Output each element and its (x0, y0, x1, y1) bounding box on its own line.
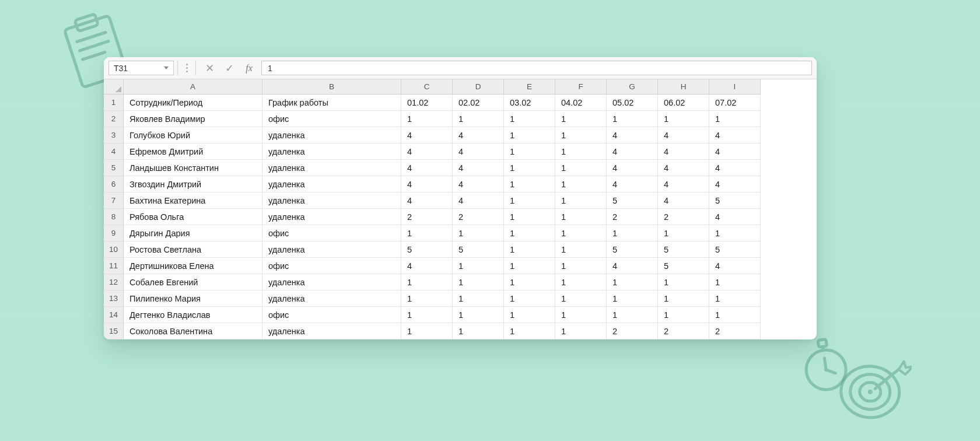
cell[interactable]: 1 (555, 242, 607, 258)
cell[interactable]: удаленка (262, 323, 401, 340)
cell[interactable]: 1 (555, 176, 607, 192)
cell[interactable]: удаленка (262, 209, 401, 225)
cell[interactable]: 4 (709, 258, 761, 274)
cell[interactable]: Ростова Светлана (124, 242, 262, 258)
cell[interactable]: 4 (658, 176, 709, 192)
cell[interactable]: 1 (504, 111, 555, 127)
cell[interactable]: 1 (401, 111, 453, 127)
cell[interactable]: 1 (658, 290, 709, 307)
row-header[interactable]: 13 (104, 290, 124, 307)
cell[interactable]: 1 (401, 290, 453, 307)
cell[interactable]: Голубков Юрий (124, 127, 262, 144)
cell[interactable]: 1 (658, 274, 709, 290)
cell[interactable]: 4 (453, 192, 504, 209)
row-header[interactable]: 3 (104, 127, 124, 144)
cell[interactable]: 1 (453, 290, 504, 307)
cell[interactable]: 1 (555, 323, 607, 340)
cell[interactable]: 4 (453, 160, 504, 176)
cell[interactable]: 5 (607, 192, 658, 209)
cell[interactable]: удаленка (262, 290, 401, 307)
cell[interactable]: 4 (607, 144, 658, 160)
row-header[interactable]: 12 (104, 274, 124, 290)
cell[interactable]: 5 (658, 258, 709, 274)
cell[interactable]: 1 (453, 258, 504, 274)
row-header[interactable]: 1 (104, 94, 124, 111)
cell[interactable]: 4 (709, 160, 761, 176)
cell[interactable]: 1 (555, 192, 607, 209)
cell[interactable]: удаленка (262, 127, 401, 144)
cell[interactable]: 1 (504, 127, 555, 144)
cell[interactable]: Яковлев Владимир (124, 111, 262, 127)
cell[interactable]: Згвоздин Дмитрий (124, 176, 262, 192)
row-header[interactable]: 10 (104, 242, 124, 258)
cell[interactable]: 5 (401, 242, 453, 258)
cell[interactable]: 1 (453, 323, 504, 340)
row-header[interactable]: 9 (104, 225, 124, 242)
row-header[interactable]: 8 (104, 209, 124, 225)
row-header[interactable]: 5 (104, 160, 124, 176)
column-header[interactable]: G (607, 79, 658, 94)
cell[interactable]: 4 (658, 192, 709, 209)
cell[interactable]: 1 (504, 144, 555, 160)
cell[interactable]: 1 (504, 160, 555, 176)
cell[interactable]: удаленка (262, 160, 401, 176)
cell[interactable]: 1 (555, 225, 607, 242)
cell[interactable]: 4 (401, 258, 453, 274)
cell[interactable]: офис (262, 307, 401, 323)
cell[interactable]: 2 (658, 209, 709, 225)
cell[interactable]: 2 (453, 209, 504, 225)
cell[interactable]: 1 (555, 127, 607, 144)
cell[interactable]: Сотрудник/Период (124, 94, 262, 111)
cell[interactable]: 4 (607, 160, 658, 176)
cell[interactable]: 5 (709, 192, 761, 209)
cell[interactable]: 5 (709, 242, 761, 258)
cell[interactable]: 4 (453, 144, 504, 160)
insert-function-button[interactable]: fx (239, 57, 259, 79)
cell[interactable]: Дярыгин Дария (124, 225, 262, 242)
cell[interactable]: Дертишникова Елена (124, 258, 262, 274)
cell[interactable]: 1 (555, 111, 607, 127)
cell[interactable]: 04.02 (555, 94, 607, 111)
spreadsheet-grid[interactable]: ABCDEFGHI1Сотрудник/ПериодГрафик работы0… (104, 79, 817, 340)
cell[interactable]: 1 (504, 290, 555, 307)
cell[interactable]: 1 (453, 307, 504, 323)
row-header[interactable]: 7 (104, 192, 124, 209)
select-all-corner[interactable] (104, 79, 124, 94)
cell[interactable]: 1 (555, 144, 607, 160)
row-header[interactable]: 15 (104, 323, 124, 340)
cell[interactable]: 5 (658, 242, 709, 258)
cell[interactable]: удаленка (262, 274, 401, 290)
cell[interactable]: 2 (401, 209, 453, 225)
cell[interactable]: 2 (709, 323, 761, 340)
cell[interactable]: 1 (709, 307, 761, 323)
cell[interactable]: 4 (453, 176, 504, 192)
cell[interactable]: 2 (658, 323, 709, 340)
cancel-formula-button[interactable]: ✕ (200, 57, 219, 79)
cell[interactable]: 1 (555, 209, 607, 225)
drag-handle-icon[interactable] (181, 57, 192, 79)
cell[interactable]: Бахтина Екатерина (124, 192, 262, 209)
cell[interactable]: 1 (555, 290, 607, 307)
cell[interactable]: 1 (453, 225, 504, 242)
cell[interactable]: 4 (607, 176, 658, 192)
cell[interactable]: 4 (401, 176, 453, 192)
cell[interactable]: 07.02 (709, 94, 761, 111)
cell[interactable]: 5 (453, 242, 504, 258)
row-header[interactable]: 4 (104, 144, 124, 160)
cell[interactable]: Соколова Валентина (124, 323, 262, 340)
cell[interactable]: 4 (709, 209, 761, 225)
cell[interactable]: 1 (401, 274, 453, 290)
cell[interactable]: 4 (658, 160, 709, 176)
cell[interactable]: 5 (607, 242, 658, 258)
cell[interactable]: 4 (658, 144, 709, 160)
cell[interactable]: 1 (504, 323, 555, 340)
cell[interactable]: 4 (709, 144, 761, 160)
cell[interactable]: офис (262, 258, 401, 274)
cell[interactable]: 1 (607, 274, 658, 290)
cell[interactable]: 1 (504, 274, 555, 290)
cell[interactable]: удаленка (262, 144, 401, 160)
cell[interactable]: 4 (401, 144, 453, 160)
cell[interactable]: 03.02 (504, 94, 555, 111)
formula-input[interactable]: 1 (261, 61, 812, 75)
cell[interactable]: Ландышев Константин (124, 160, 262, 176)
